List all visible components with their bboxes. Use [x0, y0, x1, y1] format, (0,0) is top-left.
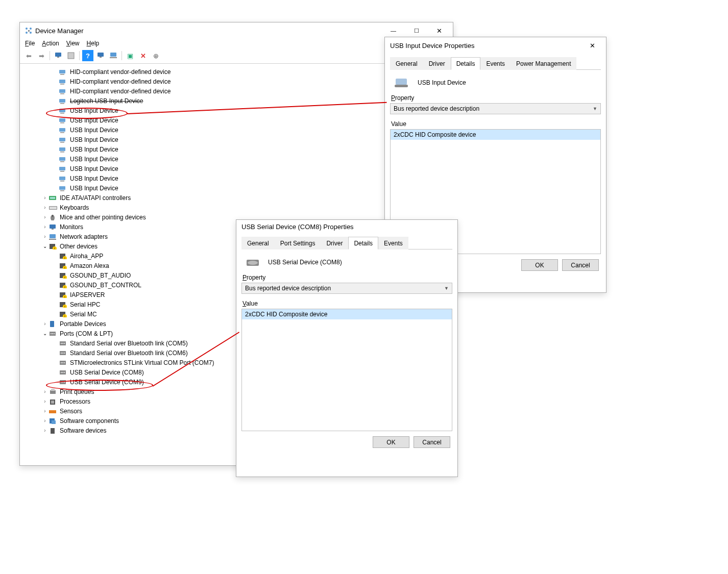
hid-icon — [59, 174, 68, 183]
menu-view[interactable]: View — [66, 40, 80, 47]
hid-icon — [59, 78, 68, 86]
expander-icon[interactable]: ⌄ — [41, 243, 48, 249]
tab-general[interactable]: General — [390, 57, 423, 70]
tab-events[interactable]: Events — [480, 57, 511, 70]
tree-item-label: STMicroelectronics STLink Virtual COM Po… — [70, 359, 214, 366]
menu-action[interactable]: Action — [42, 40, 59, 47]
tree-item-label: Airoha_APP — [70, 253, 103, 260]
minimize-button[interactable]: — — [382, 23, 405, 38]
expander-icon[interactable]: › — [41, 205, 48, 210]
scan-hardware-icon[interactable] — [95, 50, 106, 61]
sw-icon — [48, 417, 58, 425]
usb-serial-properties-dialog: USB Serial Device (COM8) Properties Gene… — [236, 219, 458, 477]
port-icon — [59, 349, 68, 357]
sensor-icon — [48, 407, 58, 415]
tree-item-label: Serial MC — [70, 311, 97, 318]
warn-icon — [59, 291, 68, 299]
tab-events-2[interactable]: Events — [378, 237, 408, 249]
usb-input-tabstrip: General Driver Details Events Power Mana… — [390, 57, 601, 70]
show-hidden-icon[interactable] — [53, 50, 64, 61]
menu-help[interactable]: Help — [87, 40, 100, 47]
tree-item-label: USB Input Device — [70, 175, 118, 182]
uninstall-device-icon[interactable]: ✕ — [137, 50, 149, 61]
expander-icon[interactable]: › — [41, 389, 48, 394]
hid-icon — [59, 97, 68, 105]
tree-item-label: Software devices — [60, 427, 106, 434]
hid-icon — [59, 87, 68, 95]
enable-device-icon[interactable]: ▣ — [125, 50, 136, 61]
menu-file[interactable]: File — [25, 40, 35, 47]
value-item-2[interactable]: 2xCDC HID Composite device — [242, 309, 452, 319]
tree-item-label: Portable Devices — [60, 320, 106, 328]
tree-item-label: HID-compliant vendor-defined device — [70, 78, 171, 85]
ok-button[interactable]: OK — [521, 259, 558, 271]
hid-icon — [59, 126, 68, 134]
port-icon — [59, 359, 68, 367]
port-icon — [48, 330, 58, 338]
tree-item-label: Standard Serial over Bluetooth link (COM… — [70, 340, 188, 347]
tree-item-label: Logitech USB Input Device — [70, 97, 143, 105]
hid-icon — [59, 145, 68, 154]
usb-serial-tabstrip: General Port Settings Driver Details Eve… — [241, 236, 452, 249]
cancel-button-2[interactable]: Cancel — [414, 436, 450, 448]
hid-icon — [59, 116, 68, 124]
tab-power-management[interactable]: Power Management — [511, 57, 576, 70]
expander-icon[interactable]: › — [41, 398, 48, 404]
hid-icon — [59, 107, 68, 115]
expander-icon[interactable]: › — [41, 224, 48, 230]
cancel-button[interactable]: Cancel — [562, 259, 599, 271]
usb-input-close-button[interactable]: ✕ — [581, 38, 604, 53]
properties-toolbar-icon[interactable] — [65, 50, 77, 61]
svg-rect-37 — [68, 53, 74, 59]
expander-icon[interactable]: › — [41, 321, 48, 327]
maximize-button[interactable]: ☐ — [405, 23, 428, 38]
value-listbox-2[interactable]: 2xCDC HID Composite device — [241, 309, 452, 431]
property-dropdown[interactable]: Bus reported device description ▼ — [390, 103, 601, 114]
add-legacy-icon[interactable]: ⊕ — [150, 50, 161, 61]
expander-icon[interactable]: › — [41, 195, 48, 201]
warn-icon — [59, 252, 68, 260]
warn-icon — [48, 242, 58, 251]
value-label-2: Value — [241, 299, 452, 309]
expander-icon[interactable]: ⌄ — [41, 331, 48, 336]
forward-icon[interactable]: ➡ — [36, 50, 47, 61]
expander-icon[interactable]: › — [41, 408, 48, 414]
usb-serial-titlebar: USB Serial Device (COM8) Properties — [236, 220, 457, 233]
expander-icon[interactable]: › — [41, 418, 48, 423]
tree-item-label: Processors — [60, 398, 90, 405]
print-icon — [48, 388, 58, 396]
port-icon — [59, 378, 68, 386]
monitor-icon — [48, 223, 58, 231]
tab-driver[interactable]: Driver — [423, 57, 451, 70]
warn-icon — [59, 271, 68, 280]
tab-general-2[interactable]: General — [241, 237, 275, 249]
usb-input-titlebar: USB Input Device Properties ✕ — [385, 37, 606, 54]
expander-icon[interactable]: › — [41, 428, 48, 433]
close-button[interactable]: ✕ — [428, 23, 451, 38]
kbd-icon — [48, 204, 58, 212]
tree-item-label: USB Input Device — [70, 146, 118, 153]
tree-item-label: USB Input Device — [70, 127, 118, 134]
tree-item-label: IAPSERVER — [70, 291, 105, 298]
tab-details[interactable]: Details — [451, 57, 481, 70]
hid-icon — [59, 155, 68, 163]
hid-icon — [59, 136, 68, 144]
ok-button-2[interactable]: OK — [373, 436, 409, 448]
tree-item-label: USB Input Device — [70, 185, 118, 192]
property-label: Property — [390, 93, 601, 103]
help-icon[interactable]: ? — [82, 50, 93, 61]
tab-port-settings[interactable]: Port Settings — [275, 237, 321, 249]
tab-details-2[interactable]: Details — [348, 237, 378, 249]
expander-icon[interactable]: › — [41, 234, 48, 239]
value-item[interactable]: 2xCDC HID Composite device — [391, 130, 600, 140]
cpu-icon — [48, 397, 58, 406]
update-icon[interactable] — [108, 50, 119, 61]
usb-input-device-icon — [394, 77, 410, 88]
expander-icon[interactable]: › — [41, 214, 48, 220]
tab-driver-2[interactable]: Driver — [321, 237, 348, 249]
tree-item-label: Amazon Alexa — [70, 262, 109, 269]
back-icon[interactable]: ⬅ — [23, 50, 34, 61]
property-dropdown-2[interactable]: Bus reported device description ▼ — [241, 283, 452, 294]
hid-icon — [59, 184, 68, 192]
tree-item-label: IDE ATA/ATAPI controllers — [60, 194, 131, 202]
